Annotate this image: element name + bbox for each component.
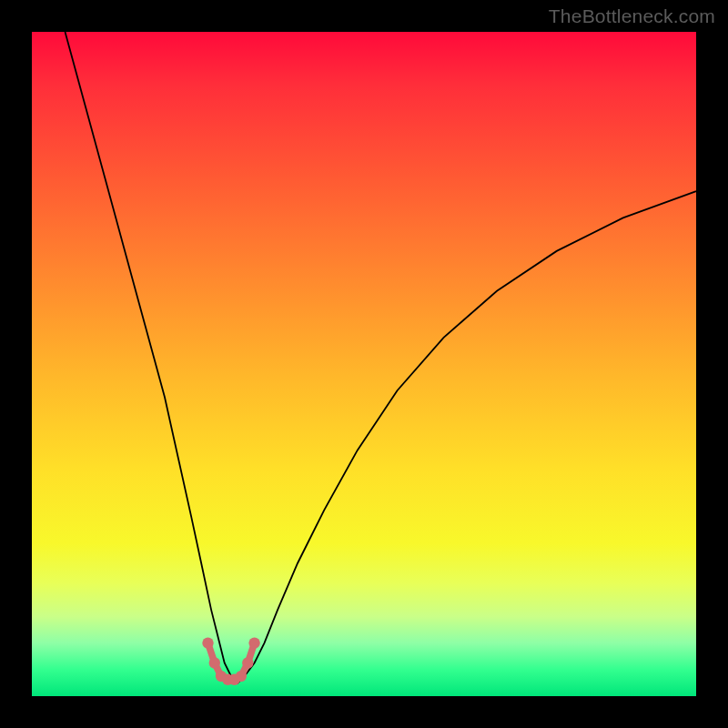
bead-dot: [242, 657, 253, 668]
bead-dot: [248, 637, 259, 648]
watermark-text: TheBottleneck.com: [549, 5, 715, 27]
plot-area: [32, 32, 696, 696]
bead-dot: [202, 637, 213, 648]
curve-bottom-beads: [202, 637, 259, 685]
bead-dot: [209, 657, 220, 668]
bead-dot: [236, 671, 247, 682]
chart-svg: [32, 32, 696, 696]
bottleneck-curve: [66, 32, 697, 682]
